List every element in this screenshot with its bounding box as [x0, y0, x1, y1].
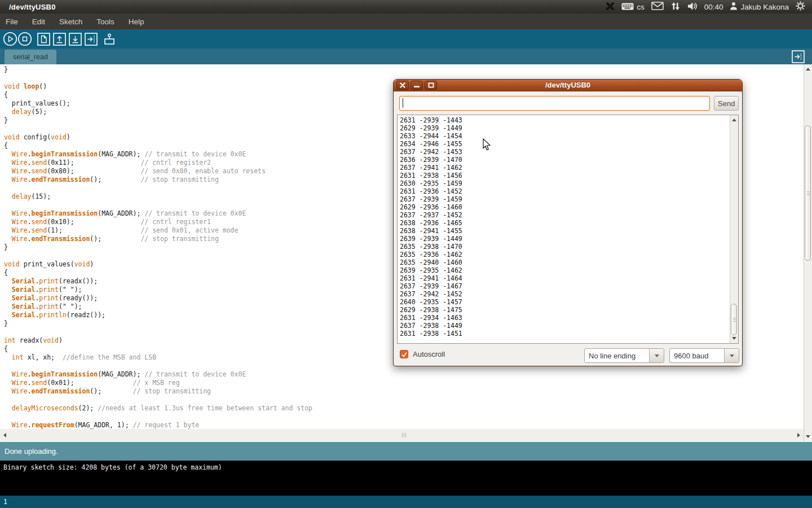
system-bar: /dev/ttyUSB0 cs 00:40 Jakub Kakona: [0, 0, 812, 14]
chevron-down-icon[interactable]: [724, 349, 739, 362]
scroll-right-arrow[interactable]: [797, 433, 800, 437]
autoscroll-checkbox[interactable]: [400, 350, 408, 358]
line-number-bar: 1: [0, 496, 812, 508]
new-sketch-button[interactable]: [37, 33, 50, 46]
gear-icon[interactable]: [796, 1, 805, 12]
window-title: /dev/ttyUSB0: [9, 3, 56, 11]
system-tray: cs 00:40 Jakub Kakona: [606, 1, 812, 12]
baud-value: 9600 baud: [670, 352, 724, 360]
keyboard-layout-indicator[interactable]: cs: [621, 2, 645, 12]
tab-label: serial_read: [13, 53, 48, 61]
tab-menu-button[interactable]: [792, 50, 805, 65]
dropbox-icon[interactable]: [606, 2, 615, 12]
mail-icon[interactable]: [651, 2, 664, 12]
menu-item-sketch[interactable]: Sketch: [59, 17, 82, 26]
code-line: Wire.endTransmission(); // stop transmit…: [4, 387, 804, 396]
serial-monitor-window: /dev/ttyUSB0 Send 2631 -2939 -1443 2629 …: [393, 79, 743, 366]
scroll-up-arrow[interactable]: [732, 119, 736, 121]
code-line: [4, 413, 804, 421]
code-line: Wire.requestFrom(MAG_ADDR, 1); // reques…: [4, 421, 804, 429]
check-icon: [401, 351, 408, 358]
scroll-down-arrow[interactable]: [732, 337, 736, 340]
serial-monitor-button[interactable]: [103, 33, 116, 46]
splitter-grip[interactable]: [402, 433, 407, 437]
user-menu[interactable]: Jakub Kakona: [730, 2, 789, 12]
build-console: Binary sketch size: 4208 bytes (of a 307…: [0, 461, 812, 496]
serial-scrollbar[interactable]: [730, 115, 738, 343]
toolbar: [0, 29, 812, 49]
clock[interactable]: 00:40: [704, 3, 723, 11]
autoscroll-label: Autoscroll: [413, 350, 445, 358]
code-line: Wire.send(0x01); // x MSB reg: [4, 379, 804, 387]
scrollbar-thumb[interactable]: [805, 125, 811, 261]
editor-vertical-scrollbar[interactable]: [804, 64, 812, 441]
code-line: [4, 396, 804, 404]
menu-item-edit[interactable]: Edit: [32, 17, 45, 26]
code-line: }: [4, 65, 804, 74]
upload-button[interactable]: [85, 33, 98, 46]
menu-item-tools[interactable]: Tools: [96, 17, 114, 26]
tab-bar: serial_read: [0, 49, 812, 64]
status-message: Done uploading.: [5, 447, 58, 456]
serial-monitor-controls: Autoscroll No line ending 9600 baud: [394, 344, 742, 366]
code-line: Wire.beginTransmission(MAG_ADDR); // tra…: [4, 370, 804, 379]
line-number: 1: [3, 498, 7, 506]
scroll-down-arrow[interactable]: [806, 435, 810, 438]
keyboard-icon: [621, 2, 634, 12]
tab-serial-read[interactable]: serial_read: [5, 50, 56, 64]
code-line: delayMicroseconds(2); //needs at least 1…: [4, 404, 804, 413]
menu-item-file[interactable]: File: [6, 17, 18, 26]
volume-icon[interactable]: [687, 2, 698, 12]
serial-monitor-titlebar[interactable]: /dev/ttyUSB0: [394, 80, 742, 91]
scroll-left-arrow[interactable]: [3, 433, 6, 437]
send-button[interactable]: Send: [714, 96, 739, 111]
menu-bar-items: FileEditSketchToolsHelp: [0, 14, 812, 29]
serial-output-text: 2631 -2939 -1443 2629 -2939 -1449 2633 -…: [400, 116, 738, 338]
mouse-cursor: [483, 138, 491, 151]
status-bar: Done uploading.: [0, 442, 812, 461]
serial-input[interactable]: [399, 96, 710, 111]
console-text: Binary sketch size: 4208 bytes (of a 307…: [3, 463, 812, 471]
line-ending-select[interactable]: No line ending: [584, 348, 664, 363]
editor-horizontal-scrollbar[interactable]: [0, 429, 804, 441]
scrollbar-thumb[interactable]: [731, 304, 737, 335]
user-icon: [730, 2, 738, 12]
keyboard-layout-label: cs: [637, 3, 645, 11]
username-label: Jakub Kakona: [740, 3, 789, 11]
line-ending-value: No line ending: [585, 352, 649, 360]
scroll-up-arrow[interactable]: [806, 68, 810, 71]
menu-item-help[interactable]: Help: [129, 17, 144, 26]
verify-button[interactable]: [3, 32, 17, 46]
save-sketch-button[interactable]: [69, 33, 82, 46]
open-sketch-button[interactable]: [53, 33, 66, 46]
network-arrows-icon[interactable]: [670, 2, 681, 12]
stop-button[interactable]: [17, 32, 32, 46]
serial-output[interactable]: 2631 -2939 -1443 2629 -2939 -1449 2633 -…: [397, 115, 739, 344]
baud-select[interactable]: 9600 baud: [669, 348, 739, 363]
serial-monitor-title: /dev/ttyUSB0: [394, 81, 742, 89]
text-caret: [403, 98, 403, 108]
chevron-down-icon[interactable]: [649, 349, 664, 362]
